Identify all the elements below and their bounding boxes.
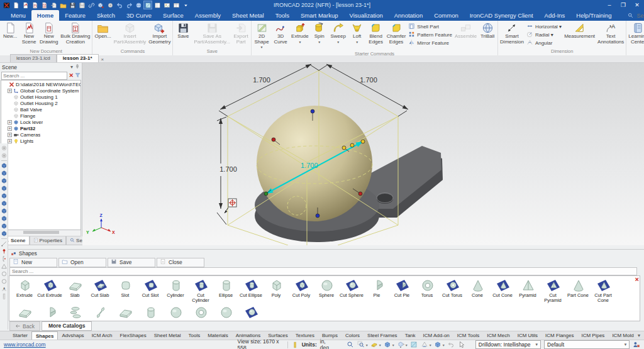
expand-icon[interactable]: +: [8, 89, 12, 93]
tree-item-d-data-2018-new-word-tech-net[interactable]: D:\data\2018 NEW\Word\TECH-NET: [1, 81, 80, 87]
catalog-tab-sheet-metal[interactable]: Sheet Metal: [150, 331, 185, 340]
cube-strip-icon[interactable]: [1, 215, 8, 222]
style-dropdown[interactable]: Default▾: [544, 340, 630, 349]
catalog-item-bar[interactable]: Bar: [12, 305, 37, 321]
cube-strip-icon[interactable]: [1, 185, 8, 192]
tab-ironcad-synergy-client[interactable]: IronCAD Synergy Client: [464, 10, 539, 21]
catalog-item-twist[interactable]: Twist: [87, 305, 113, 321]
app-logo-icon[interactable]: [3, 1, 10, 9]
scene-tree-hscrollbar[interactable]: [1, 230, 81, 236]
catalog-item-extrude[interactable]: Extrude: [12, 278, 37, 303]
catalog-item-cut-cylinder[interactable]: Cut Cylinder: [188, 278, 213, 303]
ribbon-button-smart-dimension[interactable]: SmartDimension: [499, 21, 525, 48]
cube-strip-icon[interactable]: [1, 192, 8, 199]
tab-feature[interactable]: Feature: [59, 10, 91, 21]
tab-help-training[interactable]: Help/Training: [570, 10, 617, 21]
ribbon-button-shell-part[interactable]: Shell Part: [408, 23, 452, 30]
undo-icon[interactable]: [116, 1, 123, 9]
scene-search-input[interactable]: [1, 72, 67, 80]
catalog-item-slab[interactable]: Slab: [62, 278, 87, 303]
ribbon-button-import-geometry[interactable]: ImportGeometry: [147, 21, 172, 48]
line-strip-icon[interactable]: [1, 240, 8, 247]
catalog-item-poly[interactable]: Poly: [264, 278, 289, 303]
catalog-tabs-overflow-icon[interactable]: ▾: [638, 331, 644, 340]
circ-strip-icon[interactable]: [1, 278, 8, 285]
website-link[interactable]: www.ironcad.com: [4, 341, 46, 348]
tab-sketch[interactable]: Sketch: [91, 10, 121, 21]
dropdown-caret-icon[interactable]: ▾: [406, 343, 408, 347]
cube-plus-icon[interactable]: [97, 1, 104, 9]
ribbon-button-new-drawing[interactable]: NewDrawing: [38, 21, 59, 48]
dropdown-caret-icon[interactable]: ▾: [366, 343, 368, 347]
catalog-close-button[interactable]: Close: [157, 258, 204, 267]
ribbon-button-text-annotations[interactable]: ATextAnnotations: [596, 21, 625, 48]
tab-annotation[interactable]: Annotation: [389, 10, 428, 21]
tree-item-ball-valve[interactable]: Ball Valve: [1, 106, 80, 113]
ribbon-button-spin[interactable]: Spin▾: [310, 21, 329, 51]
web-icon[interactable]: [135, 1, 142, 9]
catalog-tab-flexshapes[interactable]: FlexShapes: [116, 331, 150, 340]
expand-icon[interactable]: +: [8, 133, 12, 137]
catalog-close-icon[interactable]: ×: [635, 276, 639, 283]
minimize-button[interactable]: –: [602, 0, 616, 10]
folder-icon[interactable]: [59, 1, 67, 9]
catalog-tab-starter[interactable]: Starter: [9, 331, 31, 340]
ruler-strip-icon[interactable]: [1, 293, 8, 300]
persp-icon[interactable]: [421, 341, 429, 349]
tab-visualization[interactable]: Visualization: [344, 10, 389, 21]
cube-b-icon[interactable]: [434, 341, 442, 349]
catalog-item-cut-torus[interactable]: Cut Torus: [440, 278, 465, 303]
cube-strip-icon[interactable]: [1, 200, 8, 207]
doc-scene-icon[interactable]: [21, 1, 29, 9]
cube-strip-icon[interactable]: [1, 177, 8, 184]
tree-item-outlet-housing-1[interactable]: Outlet Housing 1: [1, 94, 80, 100]
expand-icon[interactable]: +: [8, 126, 12, 131]
close-button[interactable]: ✕: [630, 0, 644, 10]
catalog-item-ellipsoid[interactable]: Ellipsoid: [213, 305, 238, 321]
chevron-down-icon[interactable]: ▾: [70, 64, 73, 70]
catalog-tab-icm-arch[interactable]: ICM Arch: [88, 331, 116, 340]
panel-tab-properties[interactable]: Properties: [30, 236, 66, 245]
catalog-search-input[interactable]: [9, 267, 637, 275]
dropdown-caret-icon[interactable]: ▾: [392, 343, 394, 347]
ribbon-button-angular[interactable]: Angular: [526, 39, 562, 47]
catalog-tab-colors[interactable]: Colors: [341, 331, 364, 340]
catalog-tab-icm-tools[interactable]: ICM Tools: [453, 331, 483, 340]
ribbon-button-chamfer-edges[interactable]: ChamferEdges: [386, 21, 408, 51]
catalog-item-slab2[interactable]: Slab2: [113, 305, 138, 321]
drilldown-dropdown[interactable]: Drilldown: Intellishape▾: [475, 340, 541, 349]
cube-strip-icon[interactable]: [1, 170, 8, 177]
pin-red-strip-icon[interactable]: [1, 248, 8, 255]
catalog-item-cut-slab[interactable]: Cut Slab: [87, 278, 113, 303]
tree-item-lights[interactable]: +Lights: [1, 138, 80, 144]
tree-item-lock-lever[interactable]: +Lock lever: [1, 119, 80, 125]
tab-common[interactable]: Common: [428, 10, 464, 21]
command-search-input[interactable]: [636, 12, 644, 19]
catalog-item-cut-pyramid[interactable]: Cut Pyramid: [540, 278, 565, 303]
tab-surface[interactable]: Surface: [157, 10, 189, 21]
cursor-icon[interactable]: [458, 341, 466, 349]
more-catalogs-button[interactable]: More Catalogs: [42, 321, 92, 331]
link-icon[interactable]: [87, 1, 95, 9]
cube-strip-icon[interactable]: [1, 162, 8, 169]
catalog-tab-tools[interactable]: Tools: [184, 331, 204, 340]
dropdown-caret-icon[interactable]: ▾: [443, 343, 445, 347]
restore-button[interactable]: ❐: [616, 0, 630, 10]
catalog-tab-icm-mold[interactable]: ICM Mold: [608, 331, 637, 340]
filter-icon[interactable]: [75, 72, 80, 79]
ribbon-button-pattern-feature[interactable]: Pattern Feature: [408, 31, 452, 38]
clear-search-icon[interactable]: ✕: [69, 72, 74, 79]
zoom-icon[interactable]: [347, 341, 355, 349]
catalog-item-torus[interactable]: Torus: [414, 278, 440, 303]
undo-gray-icon[interactable]: [447, 341, 455, 349]
slab-y-icon[interactable]: [370, 341, 379, 349]
ribbon-button-new[interactable]: New...: [1, 21, 19, 48]
catalog-item-l3-circles[interactable]: L3 Circles: [62, 305, 87, 321]
ribbon-button-blend-edges[interactable]: BlendEdges: [367, 21, 386, 51]
cube-strip-icon[interactable]: [1, 208, 8, 214]
ribbon-button-mirror-feature[interactable]: Mirror Feature: [408, 39, 452, 47]
table-icon[interactable]: [172, 1, 180, 9]
ribbon-button-learning-center[interactable]: LearningCenter: [627, 21, 644, 48]
catalog-tab-icm-flanges[interactable]: ICM Flanges: [541, 331, 577, 340]
tab-menu[interactable]: Menu: [5, 10, 31, 21]
